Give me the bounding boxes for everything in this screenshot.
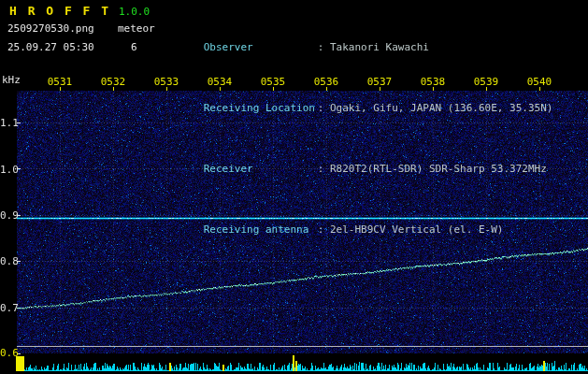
x-tick-0536: 0536 — [313, 76, 339, 88]
x-tick-0532: 0532 — [100, 76, 126, 88]
info-row-observer: Observer: Takanori Kawachi — [166, 29, 552, 65]
info-label: Receiving Location — [204, 102, 318, 114]
app-version: 1.0.0 — [119, 6, 150, 18]
info-row-receiver: Receiver: R820T2(RTL-SDR) SDR-Sharp 53.3… — [166, 151, 552, 187]
x-tick-0534: 0534 — [207, 76, 233, 88]
filename: 2509270530.png — [7, 22, 94, 35]
info-value: R820T2(RTL-SDR) SDR-Sharp 53.372MHz — [330, 163, 547, 175]
y-tick-1.1: 1.1 — [0, 117, 16, 129]
x-tick-0537: 0537 — [366, 76, 393, 88]
info-value: Ogaki, Gifu, JAPAN (136.60E, 35.35N) — [330, 102, 552, 114]
y-tick-1.0: 1.0 — [0, 164, 16, 176]
x-tick-0539: 0539 — [473, 76, 499, 88]
info-label: Receiver — [204, 163, 318, 175]
info-row-location: Receiving Location: Ogaki, Gifu, JAPAN (… — [166, 90, 552, 126]
y-tick-0.8: 0.8 — [0, 255, 16, 267]
info-separator: : — [318, 102, 330, 114]
info-separator: : — [318, 41, 330, 53]
y-tick-0.7: 0.7 — [0, 302, 16, 314]
hrofft-screen: H R O F F T 1.0.0 2509270530.png meteor … — [0, 0, 588, 374]
x-tick-0531: 0531 — [47, 76, 73, 88]
y-axis-unit: kHz — [2, 74, 21, 86]
info-label: Observer — [204, 41, 318, 53]
info-row-antenna: Receiving antenna: 2el-HB9CV Vertical (e… — [166, 211, 552, 248]
mode-label: meteor — [118, 22, 155, 35]
x-tick-0540: 0540 — [526, 76, 552, 88]
app-title: H R O F F T — [9, 4, 110, 18]
x-tick-0538: 0538 — [420, 76, 446, 88]
info-label: Receiving antenna — [204, 223, 318, 236]
echo-count: 6 — [131, 41, 137, 53]
station-info: Observer: Takanori Kawachi Receiving Loc… — [166, 5, 552, 272]
info-separator: : — [318, 223, 330, 236]
x-tick-0535: 0535 — [260, 76, 286, 88]
timestamp: 25.09.27 05:30 — [7, 41, 94, 53]
x-tick-0533: 0533 — [153, 76, 179, 88]
y-tick-0.9: 0.9 — [0, 209, 16, 222]
info-value: Takanori Kawachi — [330, 41, 429, 53]
info-value: 2el-HB9CV Vertical (el. E-W) — [330, 223, 503, 236]
y-tick-0.6: 0.6 — [0, 347, 16, 359]
info-separator: : — [318, 163, 330, 175]
